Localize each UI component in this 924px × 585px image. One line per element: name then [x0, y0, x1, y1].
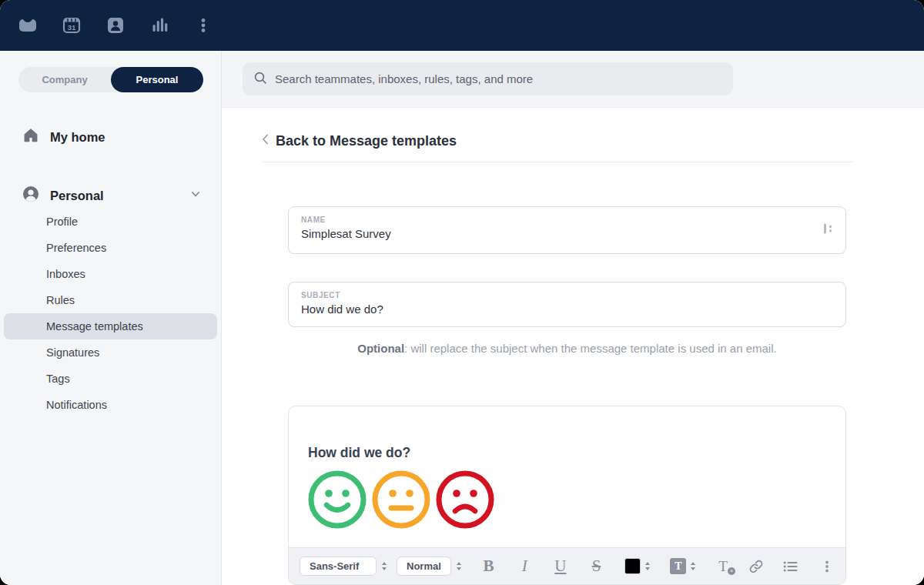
bullet-list-icon[interactable] — [782, 559, 798, 574]
header-divider — [261, 162, 853, 162]
subject-helper-rest: : will replace the subject when the mess… — [404, 342, 777, 355]
survey-question: How did we do? — [308, 445, 827, 461]
sidebar-item-inboxes[interactable]: Inboxes — [4, 261, 217, 287]
template-body-content: How did we do? — [289, 406, 845, 532]
settings-sidebar: Company Personal My home — [0, 51, 222, 585]
name-field-label: NAME — [301, 216, 833, 224]
back-link-label: Back to Message templates — [276, 133, 457, 149]
italic-button[interactable]: I — [516, 557, 533, 576]
search-input[interactable] — [275, 72, 722, 85]
personal-section-label: Personal — [50, 189, 104, 203]
highlight-color-stepper-icon[interactable] — [691, 562, 695, 570]
search-header — [222, 51, 924, 108]
search-icon — [253, 71, 267, 88]
search-box[interactable] — [243, 62, 733, 95]
chevron-left-icon — [262, 133, 269, 149]
sidebar-nav: Profile Preferences Inboxes Rules Messag… — [0, 209, 221, 418]
top-app-bar: 31 — [0, 0, 924, 51]
name-field-value[interactable]: Simplesat Survey — [301, 227, 833, 240]
subject-helper-bold: Optional — [357, 342, 404, 355]
subject-field-label: SUBJECT — [301, 291, 833, 299]
sidebar-item-profile[interactable]: Profile — [4, 209, 217, 235]
sidebar-item-preferences[interactable]: Preferences — [4, 235, 217, 261]
subject-field-value[interactable]: How did we do? — [301, 303, 833, 316]
sidebar-item-my-home[interactable]: My home — [0, 126, 221, 148]
paragraph-style-select[interactable]: Normal — [397, 557, 451, 576]
inbox-icon[interactable] — [17, 15, 38, 36]
template-editor-page: Back to Message templates NAME Simplesat… — [222, 108, 924, 585]
clear-formatting-badge-icon: × — [728, 567, 735, 575]
chevron-down-icon[interactable] — [190, 189, 201, 202]
paragraph-style-stepper-icon[interactable] — [457, 562, 461, 570]
clear-formatting-label: T — [718, 558, 728, 574]
font-family-select[interactable]: Sans-Serif — [300, 557, 377, 576]
toggle-company[interactable]: Company — [18, 67, 111, 92]
smiley-neutral-icon[interactable] — [372, 470, 430, 532]
text-color-stepper-icon[interactable] — [645, 562, 650, 570]
underline-button[interactable]: U — [552, 557, 569, 576]
home-icon — [22, 127, 39, 147]
font-family-stepper-icon[interactable] — [382, 562, 387, 570]
toggle-personal[interactable]: Personal — [111, 67, 203, 92]
avatar-icon — [22, 185, 40, 206]
smiley-happy-icon[interactable] — [308, 470, 367, 532]
editor-toolbar: Sans-Serif Normal — [289, 547, 845, 584]
sidebar-item-tags[interactable]: Tags — [4, 366, 217, 392]
back-link[interactable]: Back to Message templates — [262, 128, 924, 154]
subject-helper-text: Optional: will replace the subject when … — [288, 342, 846, 355]
smiley-sad-icon[interactable] — [436, 470, 494, 532]
sidebar-item-notifications[interactable]: Notifications — [4, 392, 217, 418]
survey-smileys — [308, 470, 827, 532]
name-field[interactable]: NAME Simplesat Survey — [288, 206, 846, 254]
template-body-editor[interactable]: How did we do? — [288, 406, 846, 585]
bold-button[interactable]: B — [480, 557, 497, 576]
insert-variable-icon[interactable] — [823, 222, 833, 238]
sidebar-section-personal[interactable]: Personal — [0, 185, 221, 206]
text-color-swatch[interactable] — [624, 558, 641, 574]
subject-field[interactable]: SUBJECT How did we do? — [288, 282, 846, 327]
app-window: 31 — [0, 0, 924, 585]
toolbar-more-icon[interactable] — [819, 559, 835, 574]
highlight-color-button[interactable]: T — [670, 558, 686, 574]
sidebar-item-signatures[interactable]: Signatures — [4, 339, 217, 366]
scope-toggle: Company Personal — [18, 67, 203, 92]
analytics-icon[interactable] — [149, 15, 170, 36]
contacts-icon[interactable] — [105, 15, 126, 36]
clear-formatting-button[interactable]: T × — [716, 558, 730, 575]
my-home-label: My home — [50, 130, 105, 145]
sidebar-item-message-templates[interactable]: Message templates — [4, 313, 217, 339]
calendar-icon[interactable]: 31 — [61, 15, 82, 36]
link-icon[interactable] — [748, 559, 764, 574]
more-menu-icon[interactable] — [192, 15, 214, 36]
sidebar-item-rules[interactable]: Rules — [4, 287, 217, 313]
strikethrough-button[interactable]: S — [588, 557, 605, 576]
calendar-day-number: 31 — [68, 23, 76, 32]
